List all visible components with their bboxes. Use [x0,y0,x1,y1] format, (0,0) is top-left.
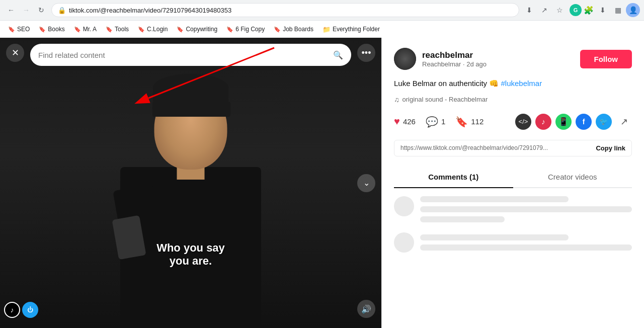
skeleton-avatar [394,232,414,253]
more-options-button[interactable]: ••• [357,44,375,62]
reload-button[interactable]: ↻ [34,3,48,17]
skeleton-line [420,234,569,240]
share-icons: </> ♪ 📱 f 🐦 ↗ [515,114,632,130]
link-url: https://www.tiktok.com/@reachbelmar/vide… [400,144,592,151]
share-button[interactable]: ↗ [537,3,551,17]
tab-comments[interactable]: Comments (1) [394,167,513,188]
bookmark-clogin[interactable]: 🔖 C.Login [134,24,172,35]
video-subtitle: Who you say you are. [156,241,225,268]
skeleton-line [420,216,505,222]
skeleton-lines [420,196,632,222]
bookmark-icon: 🔖 [74,26,81,33]
comment-button[interactable]: 💬 1 [426,116,445,128]
skeleton-line [420,206,632,212]
skeleton-lines [420,232,632,253]
avatar [394,48,416,70]
video-description: Luke Belmar on authenticity 👊 #lukebelma… [394,78,632,90]
comment-skeleton-2 [394,232,632,253]
bookmark-icon: 🔖 [138,26,145,33]
bookmark-icon: 🔖 [274,26,281,33]
creator-details: reachbelmar Reachbelmar · 2d ago [422,50,487,68]
like-button[interactable]: ♥ 426 [394,116,416,127]
bookmark-icon: 🔖 [226,26,233,33]
extension-icons: G 🧩 ⬇ ▦ 👤 [570,3,640,17]
bookmark-6figcopy[interactable]: 🔖 6 Fig Copy [222,24,269,35]
bookmark-books[interactable]: 🔖 Books [35,24,68,35]
address-bar[interactable]: 🔒 tiktok.com/@reachbelmar/video/72910796… [51,3,519,17]
bookmark-seo[interactable]: 🔖 SEO [4,24,34,35]
comment-icon: 💬 [426,116,438,128]
tab-grid-icon[interactable]: ▦ [611,3,625,17]
copy-link-button[interactable]: Copy link [596,144,625,152]
twitter-share-button[interactable]: 🐦 [596,114,612,130]
follow-button[interactable]: Follow [580,50,632,68]
bookmark-job-boards[interactable]: 🔖 Job Boards [270,24,317,35]
search-icon[interactable]: 🔍 [333,50,343,60]
video-panel: Who you say you are. ✕ 🔍 ••• ⌄ 🔊 [0,38,381,328]
tiktok-icon[interactable]: ♪ [4,302,20,318]
search-input[interactable] [38,51,329,59]
close-button[interactable]: ✕ [6,44,24,62]
bookmark-everything-folder[interactable]: 📁 Everything Folder [318,24,384,35]
volume-button[interactable]: 🔊 [357,300,375,318]
creator-info: reachbelmar Reachbelmar · 2d ago [394,48,487,70]
hashtag-link[interactable]: #lukebelmar [501,79,542,88]
video-background: Who you say you are. ✕ 🔍 ••• ⌄ 🔊 [0,38,381,328]
power-icon[interactable]: ⏻ [22,302,38,318]
bookmark-tools[interactable]: 🔖 Tools [102,24,133,35]
lock-icon: 🔒 [58,7,66,14]
whatsapp-share-button[interactable]: 📱 [555,114,572,130]
facebook-share-button[interactable]: f [576,114,592,130]
bookmark-icon: 🔖 [106,26,113,33]
bookmark-icon: 🔖 [177,26,184,33]
tab-creator-videos[interactable]: Creator videos [513,167,632,188]
bookmark-copywriting[interactable]: 🔖 Copywriting [173,24,221,35]
bookmark-button[interactable]: 🔖 112 [455,116,484,128]
back-button[interactable]: ← [4,3,18,17]
profile-avatar[interactable]: 👤 [626,3,640,17]
creator-header: reachbelmar Reachbelmar · 2d ago Follow [394,48,632,70]
browser-toolbar: ← → ↻ 🔒 tiktok.com/@reachbelmar/video/72… [0,0,644,20]
comment-skeleton-1 [394,196,632,222]
toolbar-icons: ⬇ ↗ ☆ [522,3,567,17]
tabs: Comments (1) Creator videos [394,167,632,188]
skeleton-avatar [394,196,414,216]
bookmark-star-button[interactable]: ☆ [552,3,567,17]
downloads-button[interactable]: ⬇ [522,3,536,17]
bookmark-icon: 🔖 [8,26,15,33]
skeleton-line [420,196,569,202]
embed-share-button[interactable]: </> [515,114,531,130]
bookmark-mr-a[interactable]: 🔖 Mr. A [70,24,101,35]
downloads-icon[interactable]: ⬇ [596,3,610,17]
url-text: tiktok.com/@reachbelmar/video/7291079643… [69,7,513,14]
sound-info: ♫ original sound - Reachbelmar [394,96,632,104]
creator-meta: Reachbelmar · 2d ago [422,60,487,68]
main-content: Who you say you are. ✕ 🔍 ••• ⌄ 🔊 [0,38,644,328]
scroll-down-button[interactable]: ⌄ [357,174,375,192]
skeleton-line [420,244,632,251]
bookmark-icon: 🔖 [39,26,46,33]
bookmark-count-icon: 🔖 [455,116,468,128]
right-panel: reachbelmar Reachbelmar · 2d ago Follow … [381,38,644,328]
folder-icon: 📁 [323,26,331,33]
action-row: ♥ 426 💬 1 🔖 112 </> ♪ 📱 f 🐦 ↗ [394,114,632,130]
bottom-left-icons: ♪ ⏻ [4,302,38,318]
grammarly-extension[interactable]: G [570,4,582,16]
tiktok-share-button[interactable]: ♪ [535,114,551,130]
bookmarks-bar: 🔖 SEO 🔖 Books 🔖 Mr. A 🔖 Tools 🔖 C.Login … [0,20,644,38]
search-bar[interactable]: 🔍 [30,44,351,66]
nav-buttons: ← → ↻ [4,3,48,17]
browser-chrome: ← → ↻ 🔒 tiktok.com/@reachbelmar/video/72… [0,0,644,38]
creator-name: reachbelmar [422,50,487,60]
music-icon: ♫ [394,96,399,104]
puzzle-extension[interactable]: 🧩 [583,4,595,16]
heart-icon: ♥ [394,116,400,127]
more-share-button[interactable]: ↗ [616,114,632,130]
forward-button[interactable]: → [19,3,33,17]
link-row: https://www.tiktok.com/@reachbelmar/vide… [394,140,632,156]
